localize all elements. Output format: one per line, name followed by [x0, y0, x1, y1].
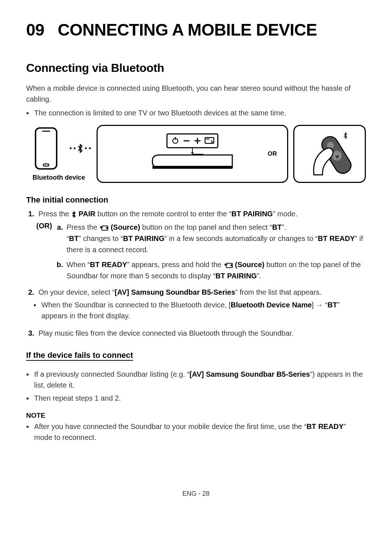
or-label: OR — [268, 150, 277, 158]
t: Press the — [38, 210, 71, 218]
t: ” changes to “ — [79, 234, 123, 242]
steps-list-cont: On your device, select “[AV] Samsung Sou… — [26, 287, 366, 339]
chapter-text: CONNECTING A MOBILE DEVICE — [58, 20, 317, 39]
t: On your device, select “ — [38, 288, 115, 296]
alpha-list: Press the (Source) button on the top pan… — [56, 222, 366, 285]
steps-list: Press the PAIR button on the remote cont… — [26, 208, 366, 220]
or-row: (OR) Press the (Source) button on the to… — [36, 222, 366, 285]
phone-label: Bluetooth device — [26, 174, 91, 181]
t: [AV] Samsung Soundbar B5-Series — [189, 370, 310, 378]
soundbar-box: OR — [97, 125, 288, 183]
note-bullet-1: After you have connected the Soundbar to… — [33, 421, 366, 443]
t: BT READY — [318, 234, 355, 242]
diagram-row: Bluetooth device — [26, 125, 366, 183]
step-b: When “BT READY” appears, press and hold … — [65, 259, 366, 282]
note-title: NOTE — [26, 412, 366, 420]
page-footer: ENG - 28 — [26, 490, 366, 498]
t: BT READY — [90, 261, 127, 269]
t: ”. — [282, 223, 286, 231]
bluetooth-icon — [77, 143, 83, 154]
intro-paragraph: When a mobile device is connected using … — [26, 83, 366, 105]
source-icon — [99, 225, 109, 231]
t: ”. — [257, 272, 261, 280]
or-marker: (OR) — [36, 222, 52, 230]
t: After you have connected the Soundbar to… — [34, 422, 306, 430]
t: [AV] Samsung Soundbar B5-Series — [115, 288, 235, 296]
t: BT PAIRING — [216, 272, 257, 280]
t: “ — [66, 234, 69, 242]
svg-rect-0 — [36, 128, 57, 169]
t: ” appears, press and hold the — [127, 261, 224, 269]
remote-hand-box — [293, 125, 366, 183]
note-bullets: After you have connected the Soundbar to… — [33, 421, 366, 443]
t: button on the remote control to enter th… — [95, 210, 232, 218]
t: ” mode. — [273, 210, 298, 218]
fail-bullets: If a previously connected Soundbar listi… — [33, 369, 366, 404]
step-1: Press the PAIR button on the remote cont… — [36, 208, 366, 220]
intro-bullets: The connection is limited to one TV or t… — [33, 107, 366, 118]
t: ] → “ — [312, 301, 327, 309]
t: (Source) — [109, 223, 140, 231]
section-title: Connecting via Bluetooth — [26, 61, 366, 75]
t: Bluetooth Device Name — [230, 301, 311, 309]
t: BT — [327, 301, 337, 309]
bluetooth-dots — [69, 143, 91, 154]
step-2-bullet: When the Soundbar is connected to the Bl… — [41, 299, 366, 321]
t: PAIR — [77, 210, 95, 218]
step-3: Play music files from the device connect… — [36, 328, 366, 339]
bluetooth-icon — [71, 211, 77, 218]
t: BT READY — [306, 422, 343, 430]
hand-remote-icon — [294, 126, 365, 182]
t: BT PAIRING — [232, 210, 273, 218]
svg-rect-9 — [152, 166, 232, 169]
t: BT PAIRING — [123, 234, 164, 242]
t: button on the top panel and then select … — [140, 223, 272, 231]
t: ” in a few seconds automatically or chan… — [164, 234, 318, 242]
fail-bullet-2: Then repeat steps 1 and 2. — [33, 393, 366, 404]
phone-icon — [34, 127, 58, 170]
subsection-initial-title: The initial connection — [26, 195, 366, 205]
document-page: 09 CONNECTING A MOBILE DEVICE Connecting… — [0, 0, 392, 512]
t: BT — [272, 223, 282, 231]
fail-bullet-1: If a previously connected Soundbar listi… — [33, 369, 366, 391]
t: If a previously connected Soundbar listi… — [34, 370, 189, 378]
step-a: Press the (Source) button on the top pan… — [65, 222, 366, 255]
t: BT — [69, 234, 79, 242]
step-2-sub: When the Soundbar is connected to the Bl… — [41, 299, 366, 321]
t: ” from the list that appears. — [235, 288, 322, 296]
intro-bullet-1: The connection is limited to one TV or t… — [33, 107, 366, 118]
t: (Source) — [233, 261, 265, 269]
t: When the Soundbar is connected to the Bl… — [41, 301, 230, 309]
step-2: On your device, select “[AV] Samsung Sou… — [36, 287, 366, 321]
source-icon — [224, 262, 233, 269]
chapter-title: 09 CONNECTING A MOBILE DEVICE — [26, 20, 366, 40]
subsection-fail-title: If the device fails to connect — [26, 351, 133, 360]
svg-rect-3 — [167, 134, 218, 148]
chapter-number: 09 — [26, 20, 44, 39]
phone-block: Bluetooth device — [26, 127, 91, 181]
soundbar-illustration — [151, 133, 234, 175]
t: Press the — [66, 223, 99, 231]
t: When “ — [66, 261, 90, 269]
svg-rect-2 — [43, 164, 49, 166]
